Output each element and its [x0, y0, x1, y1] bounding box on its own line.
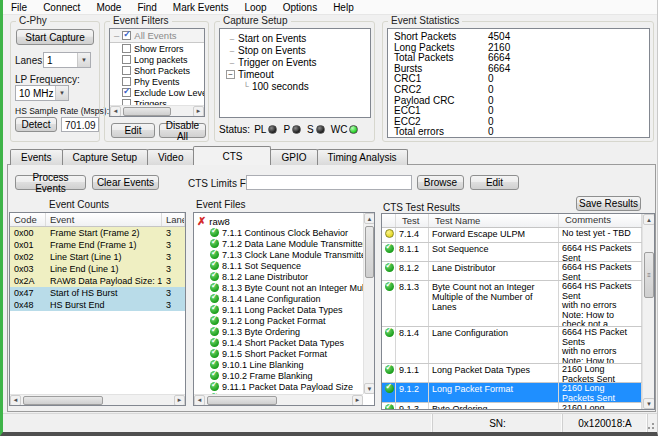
cts-result-row[interactable]: 9.1.2 Long Packet Format 2160 Long Packe…	[382, 383, 642, 403]
event-files-hscrollbar[interactable]: ◄ ►	[194, 394, 363, 405]
chevron-down-icon[interactable]: ▼	[77, 53, 90, 67]
event-filter-row[interactable]: Long packets	[110, 54, 204, 65]
cts-result-row[interactable]: 8.1.1 Sot Sequence 6664 HS Packets Sent …	[382, 243, 642, 262]
event-file-row[interactable]: 9.1.3 Byte Ordering	[197, 326, 363, 337]
browse-button[interactable]: Browse	[417, 175, 464, 190]
event-file-row[interactable]: 8.1.4 Lane Configuration	[197, 293, 363, 304]
scrollbar-thumb[interactable]: ≡	[644, 252, 654, 298]
col-comments[interactable]: Comments	[559, 214, 642, 227]
tree-node[interactable]: └ 100 seconds	[226, 80, 370, 92]
cts-result-row[interactable]: 8.1.3 Byte Count not an Integer Multiple…	[382, 281, 642, 327]
scroll-right-icon[interactable]: ►	[174, 395, 185, 406]
event-count-row[interactable]: 0x48 HS Burst End 3	[10, 299, 185, 311]
scrollbar-thumb[interactable]	[365, 226, 374, 278]
process-events-button[interactable]: Process Events	[15, 175, 86, 190]
event-file-row[interactable]: 9.1.4 Short Packet Data Types	[197, 337, 363, 348]
tab[interactable]: Events	[10, 149, 63, 165]
scroll-up-icon[interactable]: ▲	[364, 213, 375, 224]
cts-result-row[interactable]: 8.1.4 Lane Configuration 6664 HS Packet …	[382, 327, 642, 364]
clear-events-button[interactable]: Clear Events	[92, 175, 159, 190]
cts-result-row[interactable]: 9.1.3 Byte Ordering 2160 Long Packets 45…	[382, 403, 642, 409]
filter-checkbox[interactable]	[122, 77, 131, 86]
event-files-vscrollbar[interactable]: ▲ ▼	[363, 213, 374, 394]
scroll-down-icon[interactable]: ▼	[643, 398, 655, 409]
cts-result-row[interactable]: 9.1.1 Long Packet Data Types 2160 Long P…	[382, 364, 642, 383]
event-count-row[interactable]: 0x2A RAW8 Data Payload Size: 19... 3	[10, 275, 185, 287]
scroll-left-icon[interactable]: ◄	[10, 395, 21, 406]
event-filter-row[interactable]: Short Packets	[110, 65, 204, 76]
lanes-select[interactable]: 1 ▼	[43, 52, 91, 68]
scrollbar-thumb[interactable]	[123, 107, 171, 116]
chevron-down-icon[interactable]: ▼	[55, 86, 68, 100]
menu-item[interactable]: Connect	[35, 2, 88, 13]
event-file-row[interactable]: 7.1.1 Continous Clock Behavior	[197, 227, 363, 238]
start-capture-button[interactable]: Start Capture	[16, 29, 94, 45]
event-file-row[interactable]: 8.1.3 Byte Count not an Integer Multiple…	[197, 282, 363, 293]
tab[interactable]: GPIO	[270, 149, 317, 165]
tab[interactable]: CTS	[193, 146, 271, 165]
event-file-row[interactable]: 9.10.1 Line Blanking	[197, 359, 363, 370]
event-filter-row[interactable]: Show Errors	[110, 43, 204, 54]
menu-item[interactable]: Options	[275, 2, 325, 13]
all-events-checkbox[interactable]	[122, 31, 131, 40]
limits-edit-button[interactable]: Edit	[470, 175, 519, 190]
cts-result-row[interactable]: 7.1.4 Forward Escape ULPM No test yet - …	[382, 228, 642, 243]
filter-checkbox[interactable]	[122, 88, 131, 97]
event-file-row[interactable]: 8.1.2 Lane Distributor	[197, 271, 363, 282]
event-file-row[interactable]: 9.1.2 Long Packet Format	[197, 315, 363, 326]
scrollbar-thumb[interactable]	[23, 396, 103, 405]
col-lanes[interactable]: Lanes	[162, 213, 185, 226]
event-count-row[interactable]: 0x02 Line Start (Line 1) 3	[10, 251, 185, 263]
menu-item[interactable]: Find	[129, 2, 164, 13]
disable-all-button[interactable]: Disable All	[159, 123, 206, 138]
menu-item[interactable]: Mark Events	[165, 2, 237, 13]
scroll-right-icon[interactable]: ►	[352, 395, 363, 406]
detect-button[interactable]: Detect	[15, 117, 57, 132]
cts-results-vscrollbar[interactable]: ▲ ≡ ▼	[642, 214, 654, 409]
col-test-name[interactable]: Test Name	[429, 214, 559, 227]
event-file-row[interactable]: 7.1.2 Data Lane Module Transmitter Requi…	[197, 238, 363, 249]
event-filters-hscrollbar[interactable]: ◄ ►	[110, 105, 204, 116]
event-file-row[interactable]: 8.1.1 Sot Sequence	[197, 260, 363, 271]
scroll-right-icon[interactable]: ►	[193, 106, 204, 117]
event-count-row[interactable]: 0x03 Line End (Line 1) 3	[10, 263, 185, 275]
event-files-root[interactable]: ✗ raw8	[197, 215, 363, 227]
tab[interactable]: Timing Analysis	[317, 149, 408, 165]
event-count-row[interactable]: 0x00 Frame Start (Frame 2) 3	[10, 227, 185, 239]
all-events-row[interactable]: – All Events	[110, 29, 204, 43]
menu-item[interactable]: File	[3, 2, 35, 13]
tab[interactable]: Video	[147, 149, 194, 165]
scroll-left-icon[interactable]: ◄	[194, 395, 205, 406]
filters-edit-button[interactable]: Edit	[111, 123, 155, 138]
event-file-row[interactable]: 9.11.1 Packet Data Payload Size	[197, 381, 363, 392]
event-count-row[interactable]: 0x47 Start of HS Burst 3	[10, 287, 185, 299]
event-file-row[interactable]: 9.1.1 Long Packet Data Types	[197, 304, 363, 315]
event-file-row[interactable]: 9.10.2 Frame Blanking	[197, 370, 363, 381]
scrollbar-thumb[interactable]	[207, 396, 277, 405]
col-code[interactable]: Code	[10, 213, 46, 226]
tree-node[interactable]: – Stop on Events	[226, 44, 370, 56]
cts-limits-file-input[interactable]	[246, 175, 412, 190]
cts-result-row[interactable]: 8.1.2 Lane Distributor 6664 HS Packets S…	[382, 262, 642, 281]
lp-frequency-select[interactable]: 10 MHz ▼	[15, 85, 69, 101]
event-file-row[interactable]: 7.1.3 Clock Lane Module Transmitter Requ…	[197, 249, 363, 260]
col-status[interactable]	[382, 214, 396, 227]
scroll-left-icon[interactable]: ◄	[110, 106, 121, 117]
event-file-row[interactable]: 9.1.5 Short Packet Format	[197, 348, 363, 359]
menu-item[interactable]: Loop	[236, 2, 274, 13]
scroll-down-icon[interactable]: ▼	[364, 383, 375, 394]
event-count-row[interactable]: 0x01 Frame End (Frame 1) 3	[10, 239, 185, 251]
tree-node[interactable]: – Trigger on Events	[226, 56, 370, 68]
tab[interactable]: Capture Setup	[62, 149, 149, 165]
filter-checkbox[interactable]	[122, 55, 131, 64]
event-counts-hscrollbar[interactable]: ◄ ►	[10, 394, 185, 405]
col-test[interactable]: Test	[396, 214, 429, 227]
save-results-button[interactable]: Save Results	[576, 196, 641, 211]
menu-item[interactable]: Mode	[88, 2, 129, 13]
tree-node[interactable]: − Timeout	[226, 68, 370, 80]
col-event[interactable]: Event	[46, 213, 162, 226]
tree-node[interactable]: – Start on Events	[226, 32, 370, 44]
menu-item[interactable]: Help	[325, 2, 362, 13]
filter-checkbox[interactable]	[122, 44, 131, 53]
resize-grip[interactable]	[645, 420, 655, 430]
